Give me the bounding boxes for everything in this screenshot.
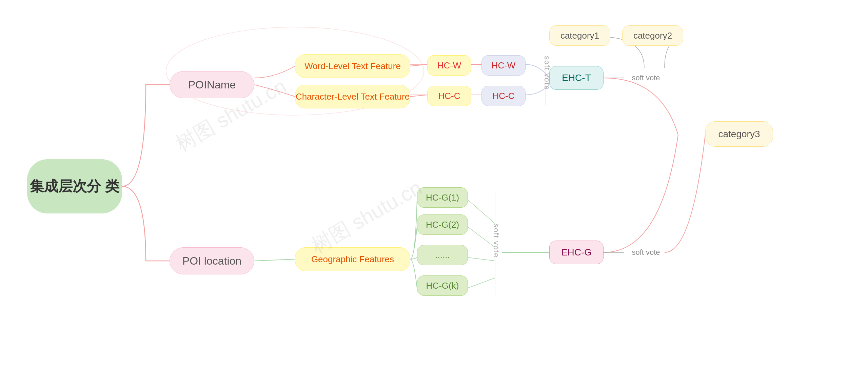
soft-vote-bottom-label: soft vote: [632, 248, 660, 257]
poi-location-label: POI location: [182, 255, 241, 267]
poiname-label: POIName: [188, 79, 236, 91]
hcgk-node: HC-G(k): [417, 275, 468, 296]
poi-location-node: POI location: [170, 247, 254, 274]
root-label: 集成层次分 类: [30, 177, 119, 196]
soft-vote-top-label: soft vote: [632, 74, 660, 82]
svg-line-9: [468, 227, 495, 247]
hcg1-label: HC-G(1): [426, 192, 459, 203]
char-level-node: Character-Level Text Feature: [295, 85, 410, 108]
hcc-blue-node: HC-C: [481, 86, 526, 106]
soft-vote-top-node: soft vote: [626, 66, 666, 90]
hcw-blue-node: HC-W: [481, 55, 526, 76]
hcg2-node: HC-G(2): [417, 214, 468, 235]
hcgk-label: HC-G(k): [426, 281, 459, 291]
soft-vote-bottom-node: soft vote: [626, 241, 666, 264]
soft-vote-vertical-label: soft vote: [492, 224, 500, 258]
watermark-2: 树图 shutu.cn: [307, 174, 427, 260]
ehct-label: EHC-T: [562, 73, 591, 83]
geo-features-node: Geographic Features: [295, 247, 410, 271]
svg-line-10: [468, 257, 495, 261]
hcw-red-node: HC-W: [427, 55, 471, 76]
svg-line-1: [410, 64, 427, 66]
hcw-blue-label: HC-W: [492, 60, 516, 71]
category1-node: category1: [549, 25, 610, 46]
hcg-dots-node: ......: [417, 245, 468, 265]
ehcg-node: EHC-G: [549, 241, 604, 264]
svg-line-7: [254, 259, 295, 261]
hcc-red-node: HC-C: [427, 86, 471, 106]
word-level-node: Word-Level Text Feature: [295, 54, 410, 78]
hcc-blue-label: HC-C: [493, 91, 515, 101]
category2-node: category2: [622, 25, 683, 46]
category3-label: category3: [718, 129, 760, 140]
hcc-red-label: HC-C: [438, 91, 460, 101]
ehcg-label: EHC-G: [561, 247, 592, 258]
category1-label: category1: [560, 30, 599, 41]
category3-node: category3: [705, 121, 773, 147]
hcw-red-label: HC-W: [437, 60, 461, 71]
category2-label: category2: [633, 30, 672, 41]
hcg-dots-label: ......: [435, 250, 450, 261]
geo-features-label: Geographic Features: [311, 254, 394, 265]
root-node: 集成层次分 类: [27, 159, 122, 213]
hcg1-node: HC-G(1): [417, 187, 468, 208]
svg-line-8: [468, 200, 495, 224]
ehct-node: EHC-T: [549, 66, 604, 90]
char-level-label: Character-Level Text Feature: [296, 91, 410, 102]
poiname-node: POIName: [170, 71, 254, 98]
svg-line-11: [468, 278, 495, 288]
soft-vote-vertical-top-label: soft vote: [542, 56, 551, 90]
svg-line-4: [410, 95, 427, 97]
hcg2-label: HC-G(2): [426, 220, 459, 230]
word-level-label: Word-Level Text Feature: [304, 61, 401, 71]
